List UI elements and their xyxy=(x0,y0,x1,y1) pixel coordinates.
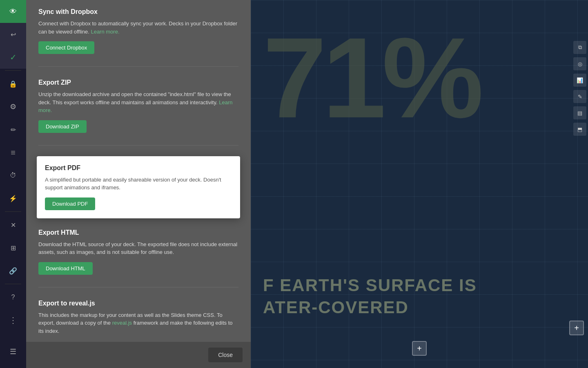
add-slide-button-center[interactable]: + xyxy=(412,341,427,356)
sidebar-share-btn[interactable]: 🔗 xyxy=(0,259,26,282)
sidebar-lock-btn[interactable]: 🔒 xyxy=(0,72,26,95)
add-slide-button-right[interactable]: + xyxy=(569,321,584,335)
close-button[interactable]: Close xyxy=(208,348,243,362)
zip-desc: Unzip the downloaded archive and open th… xyxy=(38,90,238,114)
slide-big-number: 71% xyxy=(263,20,479,135)
html-title: Export HTML xyxy=(38,229,238,236)
sidebar-layers-btn[interactable]: ≡ xyxy=(0,141,26,164)
sidebar: 👁 ↩ ✓ 🔒 ⚙ ✏ ≡ ⏱ ⚡ ✕ ⊞ xyxy=(0,0,26,368)
html-desc: Download the HTML source of your deck. T… xyxy=(38,240,238,256)
chart-icon: 📊 xyxy=(577,77,583,83)
dropbox-learn-more-link[interactable]: Learn more. xyxy=(91,29,119,35)
sidebar-pen-btn[interactable]: ✏ xyxy=(0,118,26,141)
sidebar-lightning-btn[interactable]: ⚡ xyxy=(0,187,26,210)
book-button[interactable]: ▤ xyxy=(573,106,586,119)
globe-button[interactable]: ◎ xyxy=(573,57,586,70)
sidebar-more-btn[interactable]: ⋮ xyxy=(0,309,26,332)
sidebar-close-btn[interactable]: ✕ xyxy=(0,213,26,236)
export-section-pdf: Export PDF A simplified but portable and… xyxy=(37,156,240,218)
plus-icon-center: + xyxy=(417,344,422,353)
right-toolbar: ⧉ ◎ 📊 ✎ ▤ ⬒ xyxy=(572,0,588,368)
dropbox-title: Sync with Dropbox xyxy=(38,8,238,16)
sidebar-top: 👁 ↩ ✓ 🔒 ⚙ ✏ ≡ ⏱ ⚡ ✕ ⊞ xyxy=(0,0,26,332)
more-icon: ⋮ xyxy=(9,315,18,325)
share-icon: 🔗 xyxy=(9,267,17,275)
sidebar-table-btn[interactable]: ⊞ xyxy=(0,236,26,259)
menu-icon: ☰ xyxy=(10,347,16,356)
sidebar-bottom: ☰ xyxy=(0,340,26,368)
sidebar-divider-2 xyxy=(5,211,21,212)
export-section-zip: Export ZIP Unzip the downloaded archive … xyxy=(38,79,238,146)
sidebar-divider-1 xyxy=(5,70,21,71)
sidebar-divider-3 xyxy=(5,284,21,284)
copy-icon: ⧉ xyxy=(578,44,582,51)
slide-preview: 71% F EARTH'S SURFACE IS ATER-COVERED ⧉ … xyxy=(251,0,588,368)
chart-button[interactable]: 📊 xyxy=(573,74,586,87)
eye-icon: 👁 xyxy=(9,7,17,16)
table-icon: ⊞ xyxy=(11,244,16,252)
slide-subtitle-1: F EARTH'S SURFACE IS xyxy=(263,274,576,297)
pencil-button[interactable]: ✎ xyxy=(573,90,586,103)
revealjs-link[interactable]: reveal.js xyxy=(112,320,132,326)
sidebar-help-btn[interactable]: ? xyxy=(0,286,26,309)
export-section-html: Export HTML Download the HTML source of … xyxy=(38,229,238,287)
download-zip-button[interactable]: Download ZIP xyxy=(38,120,87,133)
slide-text-bottom: F EARTH'S SURFACE IS ATER-COVERED xyxy=(263,274,576,319)
sidebar-settings-btn[interactable]: ⚙ xyxy=(0,95,26,118)
sidebar-eye-btn[interactable]: 👁 xyxy=(0,0,26,23)
close-icon: ✕ xyxy=(11,221,16,229)
plus-icon-right: + xyxy=(574,323,579,333)
main-area: Sync with Dropbox Connect with Dropbox t… xyxy=(26,0,588,368)
sidebar-undo-btn[interactable]: ↩ xyxy=(0,23,26,46)
globe-icon: ◎ xyxy=(578,61,582,67)
zip-title: Export ZIP xyxy=(38,79,238,86)
revealjs-desc: This includes the markup for your conten… xyxy=(38,311,238,335)
sidebar-menu-btn[interactable]: ☰ xyxy=(0,340,26,363)
clock-icon: ⏱ xyxy=(10,172,16,179)
export-section-dropbox: Sync with Dropbox Connect with Dropbox t… xyxy=(38,8,238,67)
lightning-icon: ⚡ xyxy=(9,195,17,202)
download-html-button[interactable]: Download HTML xyxy=(38,262,93,275)
dropbox-desc: Connect with Dropbox to automatically sy… xyxy=(38,20,238,36)
copy-slide-button[interactable]: ⧉ xyxy=(573,41,586,54)
pen-icon: ✏ xyxy=(11,126,16,134)
lock-icon: 🔒 xyxy=(9,80,17,88)
slide-subtitle-2: ATER-COVERED xyxy=(263,296,576,319)
export-icon: ⬒ xyxy=(577,126,582,132)
help-icon: ? xyxy=(11,294,15,301)
pdf-title: Export PDF xyxy=(45,164,232,172)
export-right-button[interactable]: ⬒ xyxy=(573,123,586,136)
settings-icon: ⚙ xyxy=(10,102,16,111)
sidebar-clock-btn[interactable]: ⏱ xyxy=(0,164,26,187)
slide-content: 71% F EARTH'S SURFACE IS ATER-COVERED xyxy=(251,0,588,368)
sidebar-check-btn[interactable]: ✓ xyxy=(0,46,26,69)
connect-dropbox-button[interactable]: Connect Dropbox xyxy=(38,41,94,54)
undo-icon: ↩ xyxy=(11,31,16,38)
export-panel: Sync with Dropbox Connect with Dropbox t… xyxy=(26,0,251,368)
download-pdf-button[interactable]: Download PDF xyxy=(45,197,95,210)
pencil-icon: ✎ xyxy=(578,94,582,100)
pdf-desc: A simplified but portable and easily sha… xyxy=(45,176,232,192)
close-bar: Close xyxy=(26,342,251,368)
book-icon: ▤ xyxy=(577,110,582,116)
revealjs-title: Export to reveal.js xyxy=(38,300,238,307)
layers-icon: ≡ xyxy=(11,148,16,157)
check-icon: ✓ xyxy=(10,52,17,62)
